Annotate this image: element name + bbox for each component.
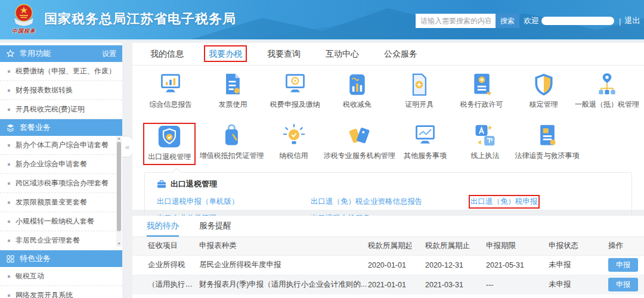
cell-form: 居民企业所得税年度申报 bbox=[199, 255, 368, 275]
bullet-icon bbox=[8, 89, 10, 92]
sidebar-item-label: 财务报表数据转换 bbox=[16, 85, 73, 95]
service-export-refund-management[interactable]: 出口退税管理 bbox=[140, 124, 199, 164]
service-label: 税收减免 bbox=[343, 100, 371, 110]
scroll-down-icon[interactable]: ▼ bbox=[116, 241, 122, 247]
sidebar-item-tax-certificate[interactable]: 开具税收完税(费)证明 bbox=[0, 100, 122, 119]
settings-button[interactable]: 设置 bbox=[102, 49, 116, 59]
sidebar-item-bank-tax-interaction[interactable]: 银税互动 bbox=[0, 267, 122, 286]
sidebar-item-label: 跨区域涉税事项综合办理套餐 bbox=[16, 178, 109, 188]
monitor-bar-chart-icon bbox=[157, 73, 184, 97]
link-export-refund-qualification-report[interactable]: 出口退（免）税企业资格信息报告 bbox=[311, 197, 423, 207]
monitor-line-chart-icon bbox=[412, 124, 438, 148]
annotation-box: 出口退税管理 bbox=[144, 124, 194, 164]
pin-network-icon bbox=[594, 73, 620, 97]
annotation-box: 我要办税 bbox=[205, 46, 246, 61]
translate-icon bbox=[472, 124, 498, 148]
sidebar-item-new-enterprise[interactable]: 新办企业综合申请套餐 bbox=[0, 155, 122, 174]
subpanel-title: 出口退税管理 bbox=[157, 179, 631, 190]
redacted-taxpayer-name bbox=[541, 17, 614, 25]
logo-caption: 中国税务 bbox=[8, 27, 39, 35]
sidebar-scrollbar[interactable]: ▲ ▼ bbox=[116, 136, 122, 247]
service-tax-agency-management[interactable]: 涉税专业服务机构管理 bbox=[324, 124, 395, 164]
col-header: 税款所属期止 bbox=[425, 237, 486, 255]
sidebar-collapse-handle[interactable]: « bbox=[122, 136, 133, 157]
service-certificate-issue[interactable]: 证明开具 bbox=[388, 73, 450, 110]
bullet-icon bbox=[8, 221, 10, 223]
service-label: 核定管理 bbox=[530, 100, 558, 110]
tab-my-info[interactable]: 我的信息 bbox=[147, 49, 187, 60]
sidebar-section-common-functions[interactable]: 常用功能 设置 bbox=[0, 45, 122, 62]
service-tax-credit[interactable]: 纳税信用 bbox=[264, 124, 323, 164]
service-other-services[interactable]: 其他服务事项 bbox=[395, 124, 455, 164]
sidebar-item-label: 发票限额票量变更套餐 bbox=[16, 197, 87, 207]
sidebar-item-label: 新办企业综合申请套餐 bbox=[16, 159, 87, 169]
status-badge: 未申报 bbox=[549, 275, 608, 294]
national-emblem-icon bbox=[11, 2, 36, 27]
apply-button[interactable]: 申报 bbox=[608, 278, 638, 291]
site-logo: 中国税务 bbox=[8, 2, 39, 35]
tab-interaction-center[interactable]: 互动中心 bbox=[322, 49, 363, 60]
sidebar-item-cross-region[interactable]: 跨区域涉税事项综合办理套餐 bbox=[0, 174, 122, 193]
legal-document-icon bbox=[534, 124, 561, 148]
col-header: 申报表种类 bbox=[199, 237, 368, 255]
service-tax-filing-payment[interactable]: 税费申报及缴纳 bbox=[264, 73, 326, 110]
service-vat-deduction-voucher[interactable]: 增值税抵扣凭证管理 bbox=[199, 124, 264, 164]
link-export-refund-filing-standalone[interactable]: 出口退税申报（单机版） bbox=[157, 197, 239, 207]
tab-my-todo[interactable]: 我的待办 bbox=[147, 216, 179, 237]
link-export-refund-filing[interactable]: 出口退（免）税申报 bbox=[470, 197, 538, 207]
apply-button[interactable]: 申报 bbox=[608, 258, 638, 272]
tab-inquiry[interactable]: 我要查询 bbox=[264, 49, 304, 60]
sidebar-item-label: 非居民企业管理套餐 bbox=[16, 235, 80, 246]
service-online-enforcement[interactable]: 线上执法 bbox=[455, 124, 515, 164]
table-row: （适用执行小企业会计... 财务报表月(季)申报（适用执行小企业会计准则的...… bbox=[132, 275, 644, 294]
sidebar-section-special-services[interactable]: 特色业务 bbox=[0, 250, 122, 267]
col-header: 申报状态 bbox=[549, 237, 608, 255]
service-verification-management[interactable]: 核定管理 bbox=[513, 73, 575, 110]
sidebar-item-label: 新办个体工商户综合申请套餐 bbox=[16, 140, 109, 150]
service-label: 涉税专业服务机构管理 bbox=[324, 151, 395, 161]
service-legal-remedy[interactable]: 法律追责与救济事项 bbox=[515, 124, 580, 164]
logout-link[interactable]: 退出 bbox=[624, 15, 640, 26]
scroll-up-icon[interactable]: ▲ bbox=[116, 136, 122, 141]
service-label: 税务行政许可 bbox=[460, 100, 503, 110]
col-header: 操作 bbox=[608, 237, 644, 255]
subpanel-title-text: 出口退税管理 bbox=[171, 179, 217, 190]
sidebar-item-tax-payment[interactable]: 税费缴纳（申报、更正、作废） bbox=[0, 62, 122, 81]
service-label: 证明开具 bbox=[405, 100, 434, 110]
service-grid-row2: 出口退税管理 增值税抵扣凭证管理 纳税信用 bbox=[132, 117, 644, 164]
sidebar-item-label: 开具税收完税(费)证明 bbox=[16, 104, 85, 114]
sidebar-item-label: 税费缴纳（申报、更正、作废） bbox=[16, 66, 116, 76]
sidebar-item-online-invoice-system[interactable]: 网络发票开具系统 bbox=[0, 286, 122, 298]
bullet-icon bbox=[8, 294, 10, 297]
service-label: 综合信息报告 bbox=[149, 100, 192, 110]
header-divider: | bbox=[619, 17, 621, 26]
sidebar-item-label: 小规模转一般纳税人套餐 bbox=[16, 216, 94, 226]
service-admin-license[interactable]: 税务行政许可 bbox=[450, 73, 512, 110]
status-badge: 未申报 bbox=[549, 255, 608, 275]
bullet-icon bbox=[8, 70, 10, 73]
cell-period-end: 2020-12-31 bbox=[425, 255, 486, 275]
service-comprehensive-info-report[interactable]: 综合信息报告 bbox=[140, 73, 202, 110]
tab-service-reminder[interactable]: 服务提醒 bbox=[199, 216, 231, 237]
service-general-refund-management[interactable]: 一般退（抵）税管理 bbox=[575, 73, 639, 110]
lightbulb-icon bbox=[281, 124, 307, 148]
search-input[interactable] bbox=[416, 14, 496, 28]
service-label: 税费申报及缴纳 bbox=[270, 100, 320, 110]
sidebar-item-new-individual-business[interactable]: 新办个体工商户综合申请套餐 bbox=[0, 136, 122, 155]
search-button[interactable]: 搜索 bbox=[496, 14, 519, 28]
cell-form: 财务报表月(季)申报（适用执行小企业会计准则的... bbox=[199, 275, 368, 294]
document-badge-icon bbox=[406, 73, 432, 97]
sidebar-item-invoice-quota-change[interactable]: 发票限额票量变更套餐 bbox=[0, 193, 122, 212]
sidebar-item-financial-report-conversion[interactable]: 财务报表数据转换 bbox=[0, 81, 122, 100]
sidebar: 常用功能 设置 税费缴纳（申报、更正、作废） 财务报表数据转换 开具税收完税(费… bbox=[0, 43, 122, 298]
service-invoice-use[interactable]: 发票使用 bbox=[202, 73, 264, 110]
tab-public-services[interactable]: 公众服务 bbox=[380, 49, 421, 60]
sidebar-item-small-to-general-taxpayer[interactable]: 小规模转一般纳税人套餐 bbox=[0, 212, 122, 231]
tab-tax-handling[interactable]: 我要办税 bbox=[205, 49, 246, 60]
service-label: 法律追责与救济事项 bbox=[515, 151, 580, 161]
scrollbar-thumb[interactable] bbox=[117, 142, 121, 231]
service-tax-reduction[interactable]: 税收减免 bbox=[326, 73, 388, 110]
sidebar-section-package-services[interactable]: 套餐业务 bbox=[0, 119, 122, 136]
service-label: 纳税信用 bbox=[280, 151, 308, 161]
sidebar-item-non-resident-enterprise[interactable]: 非居民企业管理套餐 bbox=[0, 231, 122, 250]
